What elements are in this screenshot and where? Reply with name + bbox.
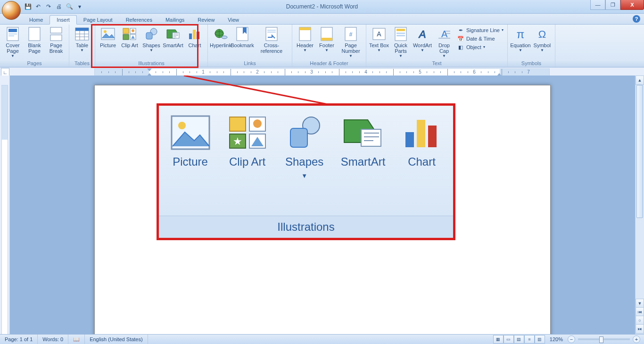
vertical-ruler[interactable]	[0, 76, 10, 335]
table-label: Table	[76, 42, 88, 48]
object-icon: ◧	[457, 43, 464, 51]
signature-icon: ✒	[457, 26, 464, 34]
group-links: Hyperlink Bookmark Cross-reference Links	[208, 25, 292, 67]
text-box-button[interactable]: A Text Box ▼	[368, 25, 390, 52]
group-text-label: Text	[368, 60, 505, 67]
vertical-scrollbar[interactable]: ▲ ▼ ⏮ ○ ⏭	[635, 76, 644, 335]
zoom-out-button[interactable]: −	[568, 336, 575, 343]
chevron-down-icon: ▼	[442, 55, 446, 58]
ruler-track: 1234567	[94, 68, 550, 76]
quick-parts-button[interactable]: Quick Parts ▼	[390, 25, 412, 58]
help-icon[interactable]: ?	[633, 15, 640, 23]
smartart-icon	[165, 26, 181, 42]
page-break-button[interactable]: Page Break	[45, 25, 67, 54]
minimize-button[interactable]: —	[590, 0, 605, 10]
date-time-icon: 📅	[457, 35, 464, 42]
undo-icon[interactable]: ↶	[34, 2, 42, 11]
group-pages-label: Pages	[2, 60, 67, 67]
select-browse-object-icon[interactable]: ○	[636, 316, 644, 325]
tab-page-layout[interactable]: Page Layout	[77, 16, 119, 24]
zoom-slider[interactable]	[578, 338, 630, 340]
redo-icon[interactable]: ↷	[44, 2, 53, 11]
close-button[interactable]: X	[620, 0, 644, 10]
outline-view-button[interactable]: ≡	[524, 335, 535, 344]
clip-art-icon	[122, 26, 137, 42]
blank-page-button[interactable]: Blank Page	[24, 25, 45, 54]
equation-label: Equation	[510, 42, 530, 48]
header-label: Header	[297, 42, 314, 48]
print-layout-view-button[interactable]: ▦	[493, 335, 504, 344]
tab-insert[interactable]: Insert	[50, 15, 77, 25]
draft-view-button[interactable]: ▥	[535, 335, 545, 344]
wordart-button[interactable]: A WordArt ▼	[412, 25, 433, 52]
tab-mailings[interactable]: Mailings	[159, 16, 191, 24]
zoom-slider-thumb[interactable]	[599, 336, 603, 343]
callout-chart: Chart	[401, 112, 442, 182]
signature-line-label: Signature Line	[466, 27, 500, 33]
ribbon-insert: Cover Page ▼ Blank Page Page Break Pages	[0, 25, 644, 67]
drop-cap-button[interactable]: A Drop Cap ▼	[433, 25, 455, 58]
blank-page-icon	[27, 26, 42, 42]
chart-button[interactable]: Chart	[184, 25, 206, 48]
status-language[interactable]: English (United States)	[85, 335, 148, 344]
chevron-down-icon: ▾	[502, 29, 504, 32]
zoom-level[interactable]: 120%	[545, 335, 568, 344]
save-icon[interactable]: 💾	[24, 2, 32, 11]
svg-rect-4	[29, 27, 40, 41]
svg-rect-70	[290, 128, 307, 147]
tab-review[interactable]: Review	[191, 16, 221, 24]
text-box-label: Text Box	[369, 42, 389, 48]
svg-text:Ω: Ω	[538, 28, 546, 40]
page-number-button[interactable]: # Page Number ▼	[338, 25, 364, 58]
hyperlink-icon	[213, 26, 228, 42]
object-button[interactable]: ◧ Object ▾	[457, 43, 504, 51]
full-screen-view-button[interactable]: ▭	[504, 335, 514, 344]
web-layout-view-button[interactable]: ▤	[514, 335, 524, 344]
status-words[interactable]: Words: 0	[38, 335, 68, 344]
document-page[interactable]: Picture ★ Clip Art Shapes▼	[94, 85, 551, 335]
status-proofing[interactable]: 📖	[68, 335, 85, 344]
qat-customize-icon[interactable]: ▾	[75, 2, 84, 11]
status-page[interactable]: Page: 1 of 1	[0, 335, 38, 344]
zoom-in-button[interactable]: +	[633, 336, 640, 343]
next-page-icon[interactable]: ⏭	[636, 324, 644, 334]
header-button[interactable]: Header ▼	[294, 25, 316, 52]
date-time-button[interactable]: 📅 Date & Time	[457, 35, 504, 42]
equation-button[interactable]: π Equation ▼	[510, 25, 531, 52]
smartart-button[interactable]: SmartArt	[162, 25, 184, 48]
first-line-indent-icon[interactable]	[147, 68, 152, 71]
cover-page-button[interactable]: Cover Page ▼	[2, 25, 24, 58]
cover-page-label: Cover Page	[2, 42, 24, 54]
picture-label: Picture	[100, 42, 116, 48]
wordart-icon: A	[415, 26, 430, 42]
object-label: Object	[466, 44, 481, 50]
office-button[interactable]	[2, 1, 21, 20]
picture-button[interactable]: Picture	[97, 25, 119, 48]
bookmark-button[interactable]: Bookmark	[231, 25, 253, 48]
equation-icon: π	[513, 26, 528, 42]
hyperlink-button[interactable]: Hyperlink	[210, 25, 231, 48]
table-button[interactable]: Table ▼	[71, 25, 93, 52]
clip-art-button[interactable]: Clip Art	[119, 25, 140, 48]
scroll-down-icon[interactable]: ▼	[636, 299, 644, 308]
tab-view[interactable]: View	[221, 16, 246, 24]
annotation-callout: Picture ★ Clip Art Shapes▼	[157, 103, 455, 240]
scroll-thumb[interactable]	[636, 85, 643, 218]
footer-icon	[319, 26, 334, 42]
signature-line-button[interactable]: ✒ Signature Line ▾	[457, 26, 504, 34]
chevron-down-icon: ▾	[483, 46, 485, 49]
quick-print-icon[interactable]: 🖨	[55, 2, 63, 11]
svg-rect-30	[193, 30, 196, 39]
svg-rect-51	[396, 33, 405, 34]
symbol-button[interactable]: Ω Symbol ▼	[531, 25, 553, 52]
ribbon-tabs: Home Insert Page Layout References Maili…	[0, 14, 644, 25]
print-preview-icon[interactable]: 🔍	[65, 2, 74, 11]
tab-home[interactable]: Home	[23, 16, 50, 24]
cross-reference-button[interactable]: Cross-reference	[253, 25, 290, 54]
scroll-up-icon[interactable]: ▲	[636, 76, 644, 85]
shapes-button[interactable]: Shapes ▼	[140, 25, 162, 52]
previous-page-icon[interactable]: ⏮	[636, 307, 644, 317]
footer-button[interactable]: Footer ▼	[316, 25, 338, 52]
tab-references[interactable]: References	[119, 16, 159, 24]
maximize-button[interactable]: ❐	[605, 0, 620, 10]
